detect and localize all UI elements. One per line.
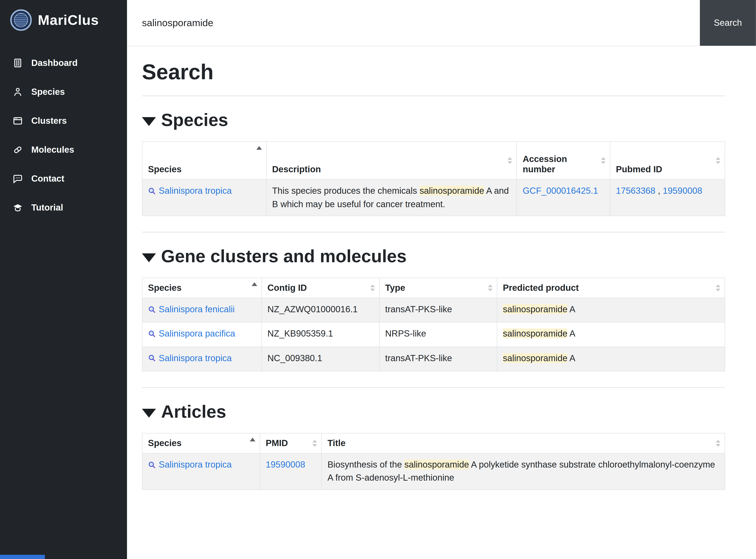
column-header-pmid[interactable]: PMID [260,433,322,453]
table-row: Salinispora fenicalii NZ_AZWQ01000016.1 … [142,298,725,322]
sort-ascending-icon [250,438,256,441]
sidebar-item-label: Contact [31,174,64,184]
pubmed-cell: 17563368 , 19590008 [610,179,725,216]
sort-icon [508,157,513,164]
column-header-contig[interactable]: Contig ID [262,278,379,298]
topbar: Search [127,0,756,46]
brand-name: MariClus [38,12,99,28]
table-row: Salinispora tropica NC_009380.1 transAT-… [142,347,725,371]
gene-clusters-section: Gene clusters and molecules Species Cont… [142,246,725,371]
articles-section-header[interactable]: Articles [142,402,725,422]
species-link[interactable]: Salinispora tropica [148,458,232,471]
species-link[interactable]: Salinispora fenicalii [148,303,235,316]
sort-ascending-icon [252,283,257,286]
divider [142,96,725,96]
sidebar-item-dashboard[interactable]: Dashboard [0,48,127,77]
articles-table: Species PMID Title [142,433,725,490]
sidebar-item-clusters[interactable]: Clusters [0,106,127,135]
sidebar-nav: Dashboard Species Clusters Molecules [0,48,127,222]
species-section-title: Species [161,110,228,130]
column-header-type[interactable]: Type [379,278,497,298]
contig-cell: NZ_KB905359.1 [262,322,379,347]
search-button[interactable]: Search [700,0,756,46]
contig-cell: NZ_AZWQ01000016.1 [262,298,379,322]
species-cell: Salinispora tropica [142,179,266,216]
accession-cell: GCF_000016425.1 [517,179,610,216]
clusters-icon [12,115,23,127]
table-row: Salinispora tropica 19590008 Biosynthesi… [142,453,725,490]
table-row: Salinispora pacifica NZ_KB905359.1 NRPS-… [142,322,725,347]
sort-icon [716,285,720,292]
sidebar-item-label: Clusters [31,116,67,126]
type-cell: NRPS-like [379,322,497,347]
highlight: salinosporamide [503,353,567,363]
species-cell: Salinispora fenicalii [142,298,262,322]
title-cell: Biosynthesis of the salinosporamide A po… [322,453,725,490]
magnifier-icon [148,306,156,314]
column-header-species[interactable]: Species [142,278,262,298]
sort-icon [488,285,493,292]
pubmed-link[interactable]: 19590008 [663,186,702,196]
brand-logo-icon [10,9,32,31]
magnifier-icon [148,461,156,469]
sort-icon [716,440,720,447]
species-link[interactable]: Salinispora tropica [148,184,232,198]
pubmed-link[interactable]: 17563368 [616,186,655,196]
magnifier-icon [148,187,156,195]
page-title: Search [142,59,725,85]
molecules-icon [12,144,23,155]
species-table: Species Description Accession number [142,141,725,216]
sidebar-item-species[interactable]: Species [0,77,127,106]
sidebar-item-tutorial[interactable]: Tutorial [0,193,127,222]
divider [142,387,725,388]
pmid-link[interactable]: 19590008 [266,460,305,469]
sort-icon [370,285,375,292]
column-header-pubmed[interactable]: Pubmed ID [610,142,725,180]
collapse-icon [142,408,156,418]
species-cell: Salinispora pacifica [142,322,262,347]
magnifier-icon [148,330,156,338]
species-cell: Salinispora tropica [142,347,262,371]
collapse-icon [142,117,156,126]
product-cell: salinosporamide A [497,298,725,322]
gene-clusters-table: Species Contig ID Type [142,278,725,372]
column-header-accession[interactable]: Accession number [517,142,610,180]
footer-accent-bar [0,555,45,559]
column-header-product[interactable]: Predicted product [497,278,725,298]
dashboard-icon [12,58,23,69]
highlight: salinosporamide [503,329,567,339]
sidebar-item-label: Tutorial [31,202,63,213]
accession-link[interactable]: GCF_000016425.1 [523,186,598,196]
species-section-header[interactable]: Species [142,110,725,130]
highlight: salinosporamide [404,460,469,469]
column-header-species[interactable]: Species [142,433,260,453]
species-link[interactable]: Salinispora pacifica [148,327,235,340]
search-input[interactable] [127,0,700,46]
highlight: salinosporamide [419,186,484,196]
species-cell: Salinispora tropica [142,453,260,490]
sort-ascending-icon [256,146,262,150]
sort-icon [716,157,720,164]
sidebar-item-molecules[interactable]: Molecules [0,135,127,164]
column-header-description[interactable]: Description [266,142,517,180]
highlight: salinosporamide [503,304,567,314]
gene-clusters-section-header[interactable]: Gene clusters and molecules [142,246,725,267]
main-content: Search Species Species [127,46,756,490]
product-cell: salinosporamide A [497,322,725,347]
brand[interactable]: MariClus [0,0,127,38]
tutorial-icon [12,202,23,213]
contact-icon [12,173,23,184]
product-cell: salinosporamide A [497,347,725,371]
sort-icon [601,157,606,164]
species-section: Species Species Description [142,110,725,216]
sidebar: MariClus Dashboard Species Clusters [0,0,127,559]
sidebar-item-contact[interactable]: Contact [0,164,127,193]
column-header-species[interactable]: Species [142,142,266,180]
description-cell: This species produces the chemicals sali… [266,179,517,216]
magnifier-icon [148,354,156,362]
species-icon [12,86,23,97]
table-row: Salinispora tropica This species produce… [142,179,725,216]
column-header-title[interactable]: Title [322,433,725,453]
species-link[interactable]: Salinispora tropica [148,352,232,365]
gene-clusters-section-title: Gene clusters and molecules [161,246,407,267]
